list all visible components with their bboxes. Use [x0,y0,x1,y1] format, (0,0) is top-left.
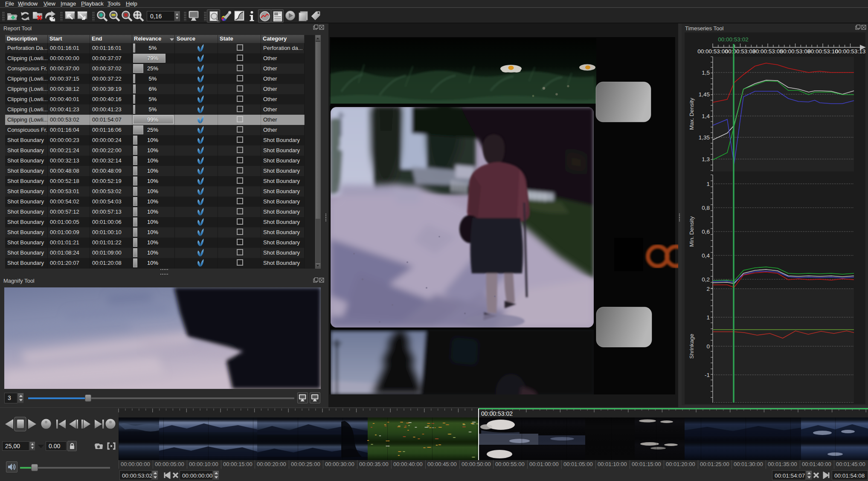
svg-text:00:00:53:00: 00:00:53:00 [697,48,728,55]
svg-text:Max. Density: Max. Density [688,98,695,130]
svg-text:1: 1 [706,314,710,321]
svg-text:0: 0 [706,343,710,350]
svg-text:00:00:53:08: 00:00:53:08 [780,48,810,55]
svg-text:0,8: 0,8 [702,205,710,211]
svg-text:-1: -1 [705,372,710,378]
svg-text:00:00:53:05: 00:00:53:05 [752,48,783,55]
svg-text:0,6: 0,6 [702,229,710,235]
svg-text:0,4: 0,4 [702,252,710,259]
svg-text:00:00:53:03: 00:00:53:03 [725,48,755,55]
svg-text:2: 2 [706,286,710,292]
svg-text:00:00:53:10: 00:00:53:10 [807,48,838,55]
svg-text:00:00:53:13: 00:00:53:13 [835,48,865,55]
svg-text:1,45: 1,45 [699,91,710,98]
svg-text:Shrinkage: Shrinkage [688,334,695,359]
svg-text:1,35: 1,35 [699,134,710,141]
svg-text:1,5: 1,5 [702,70,710,76]
svg-text:1: 1 [706,181,710,187]
svg-text:1,4: 1,4 [702,113,710,119]
svg-text:1,3: 1,3 [702,156,710,162]
svg-text:0,2: 0,2 [702,276,710,283]
svg-text:Min. Density: Min. Density [688,216,695,247]
svg-text:00:00:53:02: 00:00:53:02 [718,36,748,43]
